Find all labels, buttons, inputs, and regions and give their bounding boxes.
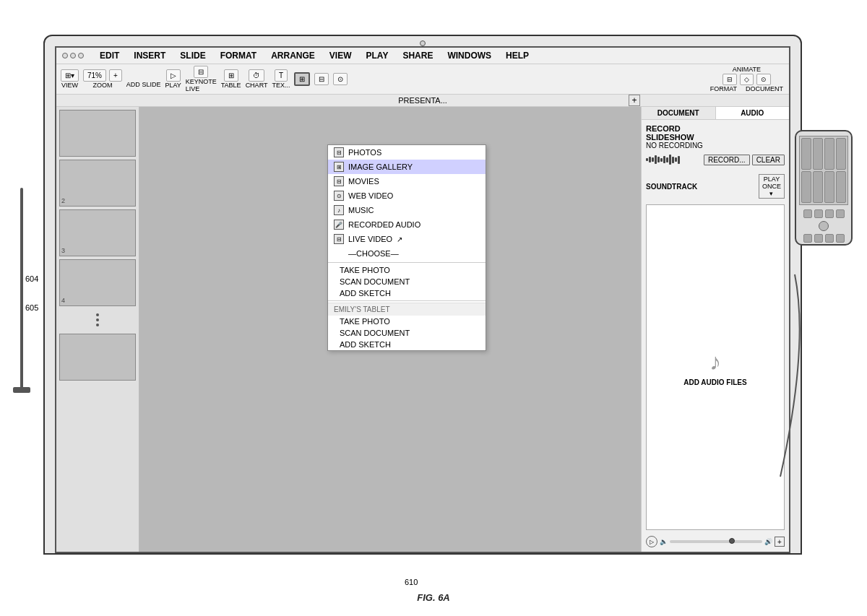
tl-max[interactable]	[78, 53, 84, 58]
dd-photos[interactable]: ⊟ PHOTOS	[328, 145, 486, 160]
slide-thumb-2[interactable]: 2	[59, 160, 136, 207]
document-label: DOCUMENT	[746, 85, 783, 92]
slide-thumb-4[interactable]: 4	[59, 259, 136, 306]
dd-image-gallery[interactable]: ⊞ IMAGE GALLERY	[328, 160, 486, 174]
wb	[666, 157, 668, 162]
slide-thumb-1[interactable]	[59, 110, 136, 157]
wb	[675, 157, 677, 162]
playback-play-btn[interactable]: ▷	[646, 536, 657, 547]
text-label: TEX...	[272, 82, 290, 89]
add-button[interactable]: +	[109, 69, 122, 82]
dropdown-menu: ⊟ PHOTOS ⊞ IMAGE GALLERY ⊟ MOVIES ⊙ WEB …	[327, 144, 486, 351]
play-once-control[interactable]: PLAY ONCE ▾	[759, 174, 785, 199]
progress-bar[interactable]	[670, 540, 762, 543]
label-604: 604	[25, 274, 38, 283]
stand-pole	[20, 188, 23, 390]
toolbar-zoom-row: 71% +	[83, 69, 122, 82]
clear-button[interactable]: CLEAR	[752, 155, 785, 165]
image-gallery-icon: ⊞	[334, 162, 344, 172]
dd-take-photo[interactable]: TAKE PHOTO	[328, 264, 486, 276]
music-note-icon: ♪	[709, 349, 721, 376]
dd-web-video-label: WEB VIDEO	[348, 191, 393, 200]
menu-windows[interactable]: WINDOWS	[446, 50, 493, 61]
zoom-button[interactable]: 71%	[83, 69, 106, 82]
dd-live-video[interactable]: ⊟ LIVE VIDEO ↗	[328, 232, 486, 246]
dd-live-video-label: LIVE VIDEO	[348, 235, 392, 243]
dd-music-label: MUSIC	[348, 206, 374, 214]
menu-share[interactable]: SHARE	[401, 50, 434, 61]
comment-button[interactable]: ⊙	[333, 73, 348, 85]
stand-base	[13, 387, 30, 393]
tab-audio[interactable]: AUDIO	[716, 107, 790, 119]
audio-files-box[interactable]: ♪ ADD AUDIO FILES	[646, 204, 785, 530]
menu-help[interactable]: HELP	[504, 50, 530, 61]
keynote-button[interactable]: ⊟	[194, 66, 208, 78]
dd-add-sketch[interactable]: ADD SKETCH	[328, 287, 486, 299]
volume-low-icon: 🔈	[660, 538, 668, 545]
app-icon-7	[824, 171, 834, 203]
dock-icon-4	[836, 209, 845, 218]
present-text: PRESENTA...	[398, 96, 447, 105]
menu-view[interactable]: VIEW	[328, 50, 353, 61]
menu-insert[interactable]: INSERT	[132, 50, 167, 61]
toolbar-right-btns: ⊟ ◇ ⊙	[722, 74, 771, 85]
media-button[interactable]: ⊞	[294, 72, 310, 86]
bottom-icon-1	[803, 234, 812, 243]
record-buttons: RECORD... CLEAR	[704, 155, 785, 165]
dd-web-video[interactable]: ⊙ WEB VIDEO	[328, 188, 486, 203]
menu-play[interactable]: PLAY	[364, 50, 389, 61]
dd-music[interactable]: ♪ MUSIC	[328, 203, 486, 217]
tl-close[interactable]	[62, 53, 68, 58]
add-slide-label: ADD SLIDE	[126, 81, 161, 88]
dd-scan-document-2[interactable]: SCAN DOCUMENT	[328, 327, 486, 339]
dd-add-sketch-2[interactable]: ADD SKETCH	[328, 339, 486, 350]
document-animate-btn[interactable]: ⊙	[756, 74, 771, 85]
dd-separator-2	[328, 300, 486, 301]
app-icon-5	[801, 171, 811, 203]
slide-num-4: 4	[61, 297, 65, 304]
record-button[interactable]: RECORD...	[704, 155, 750, 165]
menu-edit[interactable]: EDIT	[98, 50, 121, 61]
table-button[interactable]: ⊞	[224, 69, 238, 82]
dd-recorded-audio[interactable]: 🎤 RECORDED AUDIO	[328, 217, 486, 232]
record-title-area: RECORD SLIDESHOW NO RECORDING	[646, 124, 703, 149]
menu-arrange[interactable]: ARRANGE	[269, 50, 316, 61]
dd-take-photo-2[interactable]: TAKE PHOTO	[328, 316, 486, 327]
dd-scan-document[interactable]: SCAN DOCUMENT	[328, 276, 486, 287]
table-label: TABLE	[221, 82, 241, 89]
animate-button[interactable]: ⊟	[722, 74, 737, 85]
app-icon-8	[836, 171, 846, 203]
page-wrapper: 600 603 612 604 605 606 604a 610 614 616…	[0, 0, 867, 616]
dd-movies[interactable]: ⊟ MOVIES	[328, 174, 486, 188]
wb	[678, 156, 680, 164]
add-audio-btn[interactable]: +	[775, 537, 785, 547]
dd-photos-label: PHOTOS	[348, 148, 381, 157]
app-icon-6	[813, 171, 823, 203]
phone-home-button[interactable]	[819, 221, 829, 231]
view-button[interactable]: ⊞▾	[61, 69, 79, 82]
main-content: 2 3 4	[56, 107, 789, 552]
format-animate-btn[interactable]: ◇	[740, 74, 754, 85]
wb	[652, 157, 654, 162]
menu-format[interactable]: FORMAT	[219, 50, 258, 61]
chart-button[interactable]: ⏱	[249, 69, 264, 82]
tab-document[interactable]: DOCUMENT	[642, 107, 716, 119]
toolbar-view-btn-row: ⊞▾	[61, 69, 79, 82]
zoom-label: ZOOM	[92, 82, 112, 89]
app-icon-3	[824, 138, 834, 170]
text-button[interactable]: T	[275, 69, 288, 82]
toolbar-comment: ⊙	[333, 73, 348, 85]
wb	[669, 155, 671, 165]
soundtrack-label: SOUNDTRACK	[646, 183, 697, 191]
menu-slide[interactable]: SLIDE	[178, 50, 207, 61]
slide-num-3: 3	[61, 247, 65, 254]
add-slide-button[interactable]: +	[629, 95, 640, 106]
dd-choose[interactable]: —CHOOSE—	[328, 246, 486, 261]
play-button[interactable]: ▷	[166, 69, 181, 82]
tl-min[interactable]	[70, 53, 76, 58]
toolbar-play: ▷ PLAY	[165, 69, 181, 89]
shapes-button[interactable]: ⊟	[314, 73, 329, 85]
slide-thumb-3[interactable]: 3	[59, 209, 136, 256]
slide-thumb-last[interactable]	[59, 334, 136, 381]
waveform-row: RECORD... CLEAR	[646, 151, 785, 168]
